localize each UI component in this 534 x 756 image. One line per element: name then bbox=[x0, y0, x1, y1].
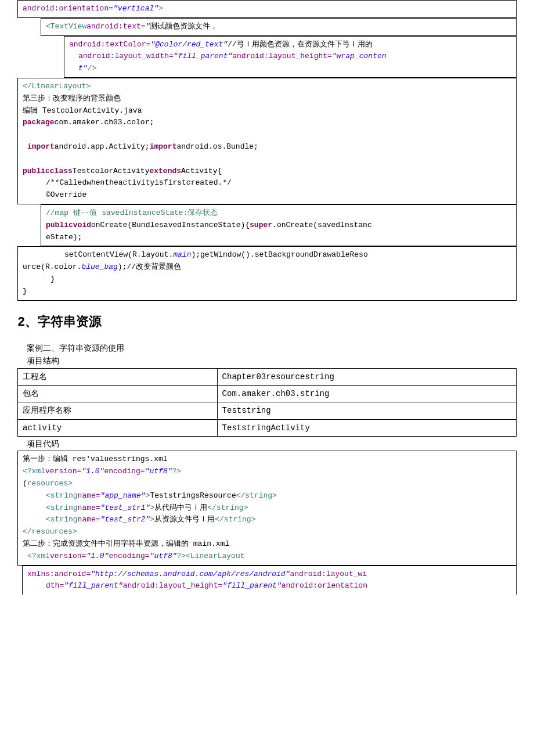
code-tag: > bbox=[68, 479, 73, 488]
code-text: } bbox=[50, 275, 55, 283]
code-attr: android:text= bbox=[86, 22, 145, 31]
code-text: } bbox=[23, 287, 27, 296]
code-keyword: import bbox=[23, 142, 55, 151]
code-str: "1.0" bbox=[81, 467, 104, 476]
code-attr: android:orientation= bbox=[23, 4, 113, 13]
code-tag: > bbox=[158, 4, 163, 13]
table-row: activityTeststringActivity bbox=[18, 419, 517, 436]
code-text: android.app.Activity; bbox=[55, 142, 150, 151]
code-tag: <LinearLayout bbox=[186, 552, 244, 560]
subheading: 项目结构 bbox=[17, 355, 517, 368]
code-tag: </LinearLayout> bbox=[23, 82, 91, 91]
step-text: 第一步：编辑 res'valuesstrings.xml bbox=[23, 455, 168, 463]
code-str: "app_name" bbox=[100, 491, 146, 500]
code-keyword: package bbox=[23, 118, 55, 127]
step-text: 第三步：改变程序的背景颜色 bbox=[23, 94, 121, 103]
code-text: Activity{ bbox=[181, 167, 222, 175]
code-box-3: android:textColor="@color/red_text"//弓Ｉ用… bbox=[64, 36, 517, 78]
code-str: "test_str1" bbox=[100, 503, 150, 512]
cell-label: 工程名 bbox=[18, 368, 218, 385]
code-attr: android:orientation bbox=[282, 581, 367, 590]
code-tag: </resources> bbox=[23, 527, 77, 536]
cell-value: Teststring bbox=[217, 402, 516, 419]
code-box-4: </LinearLayout> 第三步：改变程序的背景颜色 编辑 Testcol… bbox=[17, 78, 517, 204]
code-comment: //弓Ｉ用颜色资源，在资源文件下弓Ｉ用的 bbox=[228, 40, 373, 49]
table-row: 包名Com.amaker.ch03.string bbox=[18, 385, 517, 402]
code-tag: <?xml bbox=[23, 467, 45, 476]
code-str: "utf8" bbox=[150, 552, 177, 560]
code-str: t" bbox=[78, 64, 88, 73]
code-str: "wrap_conten bbox=[332, 52, 387, 60]
code-text: ( bbox=[23, 479, 27, 488]
code-keyword: import bbox=[150, 142, 177, 151]
code-text: urce(R.color. bbox=[23, 262, 81, 271]
cell-value: Chapter03resourcestring bbox=[217, 368, 516, 385]
code-attr: encoding= bbox=[104, 467, 145, 476]
page-content: android:orientation="vertical"> <TextVie… bbox=[17, 0, 517, 595]
code-attr: android:layout_width= bbox=[78, 52, 174, 60]
code-attr: android:textColor= bbox=[69, 40, 150, 49]
code-keyword: publicvoid bbox=[46, 221, 91, 229]
code-keyword: extends bbox=[149, 167, 181, 175]
code-box-5: //map 键--值 savedInstanceState:保存状态 publi… bbox=[41, 204, 517, 246]
code-box-7: 第一步：编辑 res'valuesstrings.xml <?xmlversio… bbox=[17, 451, 517, 565]
code-str: "1.0" bbox=[86, 552, 109, 560]
subheading: 项目代码 bbox=[17, 438, 517, 451]
code-str: "vertical" bbox=[113, 4, 158, 13]
code-tag: <string bbox=[46, 491, 78, 500]
code-text: TeststringsResource bbox=[150, 491, 236, 500]
code-text: 测试颜色资源文件， bbox=[150, 22, 218, 31]
project-table: 工程名Chapter03resourcestring 包名Com.amaker.… bbox=[17, 368, 517, 437]
table-row: 工程名Chapter03resourcestring bbox=[18, 368, 517, 385]
code-attr: xmlns:android= bbox=[27, 570, 91, 578]
code-attr: name= bbox=[78, 491, 100, 500]
code-str: blue_bag bbox=[81, 262, 117, 271]
code-str: "fill_parent" bbox=[64, 581, 122, 590]
code-annotation: ©Override bbox=[46, 190, 86, 199]
code-box-6: setContentView(R.layout.main);getWindow(… bbox=[17, 246, 517, 300]
code-text: 从代码中弓Ｉ用 bbox=[154, 503, 207, 512]
code-attr: android:layout_height= bbox=[123, 581, 223, 590]
code-tag: resources bbox=[27, 479, 68, 488]
code-tag: </string> bbox=[236, 491, 277, 500]
code-str: "@color/red_text" bbox=[150, 40, 228, 49]
case-label: 案例二、字符串资源的使用 bbox=[17, 342, 517, 355]
code-str: "http://schemas.android.com/apk/res/andr… bbox=[91, 570, 290, 578]
code-text: android.os.Bundle; bbox=[176, 142, 258, 151]
table-row: 应用程序名称Teststring bbox=[18, 402, 517, 419]
code-text: 从资源文件弓Ｉ用 bbox=[154, 515, 215, 524]
code-comment: /**Calledwhentheactivityisfirstcreated.*… bbox=[46, 178, 232, 187]
section-heading: 2、字符串资源 bbox=[17, 312, 517, 333]
code-text: );getWindow().setBackgroundDrawableReso bbox=[191, 250, 367, 259]
code-attr: dth= bbox=[46, 581, 64, 590]
code-str: "test_str2" bbox=[100, 515, 150, 524]
code-tag: </string> bbox=[207, 503, 248, 512]
code-attr: android:layout_wi bbox=[290, 570, 367, 578]
code-text: eState); bbox=[46, 233, 82, 242]
code-str: "fill_parent" bbox=[222, 581, 281, 590]
code-keyword: super bbox=[250, 221, 272, 229]
code-tag: ?> bbox=[176, 552, 186, 560]
code-str: main bbox=[173, 250, 191, 259]
code-text: setContentView(R.layout. bbox=[64, 250, 173, 259]
code-comment: //map 键--值 savedInstanceState:保存状态 bbox=[46, 208, 218, 217]
step-text: 编辑 TestcolorActivity.java bbox=[23, 106, 142, 115]
code-tag: <string bbox=[46, 515, 78, 524]
code-text: onCreate(BundlesavedInstanceState){ bbox=[91, 221, 250, 229]
cell-label: 包名 bbox=[18, 385, 218, 402]
code-str: "utf8" bbox=[145, 467, 172, 476]
code-str: "fill_parent" bbox=[174, 52, 232, 60]
code-tag: <TextView bbox=[46, 22, 86, 31]
code-tag: <?xml bbox=[27, 552, 50, 560]
code-attr: encoding= bbox=[109, 552, 149, 560]
code-attr: version= bbox=[45, 467, 81, 476]
code-text: com.amaker.ch03.color; bbox=[55, 118, 154, 127]
cell-label: 应用程序名称 bbox=[18, 402, 218, 419]
code-tag: /> bbox=[88, 64, 97, 73]
cell-value: Com.amaker.ch03.string bbox=[217, 385, 516, 402]
code-tag: ?> bbox=[172, 467, 181, 476]
cell-label: activity bbox=[18, 419, 218, 436]
code-attr: version= bbox=[50, 552, 86, 560]
code-text: TestcolorActivity bbox=[73, 167, 150, 175]
code-tag: </string> bbox=[215, 515, 255, 524]
